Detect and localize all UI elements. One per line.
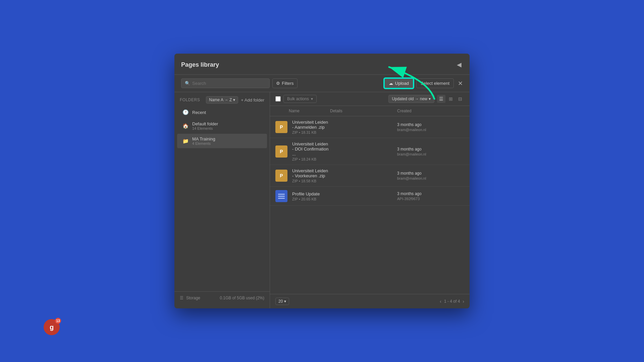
table-row[interactable]: P Universiteit Leiden - DOI Confirmation… (270, 138, 470, 165)
file-thumbnail: P (275, 121, 287, 133)
modal-header: Pages library ◀ (174, 54, 470, 75)
sidebar-item-default[interactable]: 🏠 Default folder 14 Elements (177, 119, 267, 133)
grid-view-button[interactable]: ⊞ (447, 95, 455, 103)
file-created: 3 months ago API-392f9673 (397, 191, 464, 201)
select-element-button[interactable]: Select element (416, 78, 454, 88)
select-all-checkbox[interactable] (275, 96, 281, 102)
list-view-button[interactable]: ☰ (437, 95, 445, 103)
table-row[interactable]: Profile Update ZIP • 20.65 KB 3 months a… (270, 187, 470, 206)
folders-title: Folders (180, 98, 200, 102)
folder-icon: 📁 (182, 138, 189, 144)
page-navigation: ‹ 1 - 4 of 4 › (440, 299, 464, 304)
sidebar: Folders Name A → Z ▾ + Add folder 🕐 Rece… (174, 92, 270, 308)
bulk-actions-button[interactable]: Bulk actions ▾ (283, 95, 317, 103)
upload-icon: ☁ (389, 81, 393, 86)
g-logo-container: g 13 (34, 329, 50, 345)
file-info: Universiteit Leiden - DOI Confirmation .… (289, 141, 330, 161)
table-row[interactable]: P Universiteit Leiden - Aanmelden .zip Z… (270, 116, 470, 138)
filters-button[interactable]: ⚙ Filters (272, 78, 297, 88)
file-table: P Universiteit Leiden - Aanmelden .zip Z… (270, 116, 470, 294)
file-created: 3 months ago bram@maileon.nl (397, 122, 464, 132)
upload-button[interactable]: ☁ Upload (384, 78, 414, 88)
search-icon: 🔍 (185, 81, 190, 86)
pagination: 20 ▾ ‹ 1 - 4 of 4 › (270, 294, 470, 308)
file-created: 3 months ago bram@maileon.nl (397, 147, 464, 156)
sort-button[interactable]: Updated old → new ▾ (388, 95, 434, 103)
search-input[interactable] (192, 81, 266, 86)
file-thumbnail: P (275, 145, 287, 158)
modal-body: Folders Name A → Z ▾ + Add folder 🕐 Rece… (174, 92, 470, 308)
search-box: 🔍 (181, 78, 270, 88)
content-area: Bulk actions ▾ Updated old → new ▾ ☰ ⊞ ⊟ (270, 92, 470, 308)
chevron-down-icon: ▾ (429, 97, 431, 101)
close-button[interactable]: ✕ (458, 80, 463, 87)
table-header: Name Details Created (270, 106, 470, 116)
table-row[interactable]: P Universiteit Leiden - Voorkeuren .zip … (270, 165, 470, 187)
file-info: Profile Update ZIP • 20.65 KB (289, 191, 330, 201)
top-toolbar: 🔍 ⚙ Filters ☁ Upload Select element ✕ (174, 75, 470, 92)
storage-bar: ☰ Storage 0.1GB of 5GB used (2%) (174, 291, 270, 304)
folders-header: Folders Name A → Z ▾ + Add folder (174, 96, 270, 104)
filter-icon: ⚙ (276, 81, 280, 86)
g-logo[interactable]: g 13 (44, 319, 60, 335)
chevron-down-icon: ▾ (284, 299, 286, 304)
clock-icon: 🕐 (182, 109, 189, 115)
modal-title: Pages library (181, 61, 219, 68)
collapse-button[interactable]: ◀ (455, 60, 463, 70)
sidebar-item-recent[interactable]: 🕐 Recent (177, 107, 267, 118)
sidebar-item-ma-training[interactable]: 📁 MA Training 4 Elements (177, 134, 267, 148)
page-size-button[interactable]: 20 ▾ (275, 298, 289, 305)
pages-library-modal: Pages library ◀ 🔍 ⚙ Filters ☁ Upload Sel… (174, 54, 470, 308)
add-folder-button[interactable]: + Add folder (241, 96, 264, 104)
file-thumbnail-lines (275, 190, 287, 202)
next-page-button[interactable]: › (463, 299, 464, 304)
prev-page-button[interactable]: ‹ (440, 299, 441, 304)
chevron-down-icon: ▾ (233, 98, 235, 102)
storage-icon: ☰ (180, 296, 183, 300)
view-toggle: ☰ ⊞ ⊟ (437, 95, 464, 103)
file-thumbnail: P (275, 170, 287, 182)
content-toolbar: Bulk actions ▾ Updated old → new ▾ ☰ ⊞ ⊟ (270, 92, 470, 106)
file-info: Universiteit Leiden - Voorkeuren .zip ZI… (289, 168, 330, 183)
notification-badge: 13 (55, 318, 61, 324)
name-sort-button[interactable]: Name A → Z ▾ (206, 96, 238, 104)
file-info: Universiteit Leiden - Aanmelden .zip ZIP… (289, 120, 330, 134)
home-icon: 🏠 (182, 123, 189, 129)
file-created: 3 months ago bram@maileon.nl (397, 171, 464, 180)
large-grid-view-button[interactable]: ⊟ (456, 95, 464, 103)
chevron-down-icon: ▾ (311, 97, 313, 101)
